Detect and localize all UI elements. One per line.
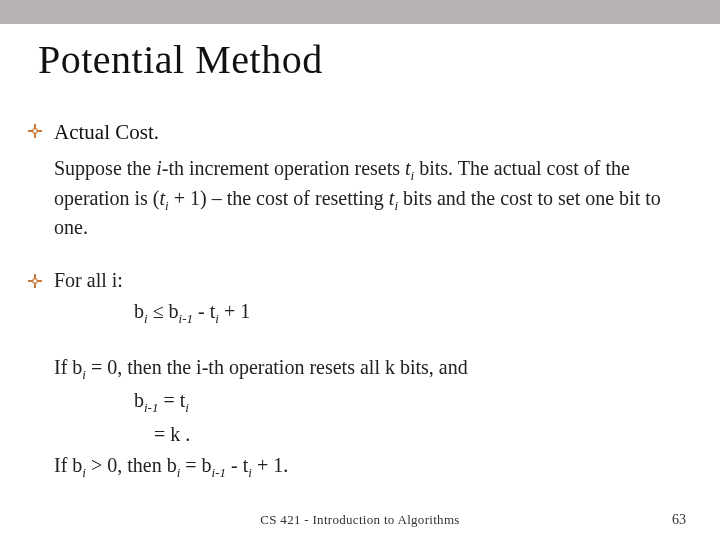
text: . bbox=[180, 423, 190, 445]
bullet-icon bbox=[28, 124, 42, 138]
if-positive-line: If bi > 0, then bi = bi-1 - ti + 1. bbox=[54, 452, 680, 482]
text: For all bbox=[54, 269, 112, 291]
text: + 1. bbox=[252, 454, 288, 476]
slide: Potential Method Actual Cost. Suppose th… bbox=[0, 0, 720, 540]
footer-text: CS 421 - Introduction to Algorithms bbox=[0, 512, 720, 528]
sub-im1: i-1 bbox=[144, 400, 158, 415]
page-number: 63 bbox=[672, 512, 686, 528]
var-k: k bbox=[385, 356, 395, 378]
text: bits, and bbox=[395, 356, 468, 378]
op: = bbox=[154, 423, 170, 445]
text: + 1) – the cost of resetting bbox=[169, 187, 389, 209]
slide-title: Potential Method bbox=[38, 36, 323, 83]
sub-im1: i-1 bbox=[212, 465, 226, 480]
content-area: Actual Cost. Suppose the i-th increment … bbox=[54, 120, 680, 481]
actual-cost-paragraph: Suppose the i-th increment operation res… bbox=[54, 155, 680, 241]
equation-line-1: bi-1 = ti bbox=[134, 387, 680, 417]
text: If bbox=[54, 356, 72, 378]
sub-i: i bbox=[185, 400, 189, 415]
text: + 1 bbox=[219, 300, 250, 322]
var-k: k bbox=[170, 423, 180, 445]
op: = bbox=[180, 454, 201, 476]
op: - bbox=[193, 300, 210, 322]
for-all-line: For all i: bbox=[54, 267, 680, 294]
text: = 0, then the bbox=[86, 356, 196, 378]
var-b: b bbox=[72, 454, 82, 476]
top-bar bbox=[0, 0, 720, 24]
inequality-line: bi ≤ bi-1 - ti + 1 bbox=[134, 298, 680, 328]
var-b: b bbox=[72, 356, 82, 378]
text: -th operation resets all bbox=[202, 356, 385, 378]
sub-im1: i-1 bbox=[179, 311, 193, 326]
bullet-icon bbox=[28, 274, 42, 288]
svg-rect-2 bbox=[33, 129, 37, 133]
text: Suppose the bbox=[54, 157, 156, 179]
op: ≤ bbox=[148, 300, 169, 322]
var-b: b bbox=[169, 300, 179, 322]
op: - bbox=[226, 454, 243, 476]
var-b: b bbox=[167, 454, 177, 476]
equation-line-2: = k . bbox=[154, 421, 680, 448]
section-heading: Actual Cost. bbox=[54, 120, 680, 145]
text: > 0, then bbox=[86, 454, 167, 476]
text: : bbox=[117, 269, 123, 291]
text: If bbox=[54, 454, 72, 476]
op: = bbox=[158, 389, 179, 411]
svg-rect-5 bbox=[33, 279, 37, 283]
var-b: b bbox=[202, 454, 212, 476]
var-b: b bbox=[134, 300, 144, 322]
if-zero-line: If bi = 0, then the i-th operation reset… bbox=[54, 354, 680, 384]
text: -th increment operation resets bbox=[162, 157, 405, 179]
var-b: b bbox=[134, 389, 144, 411]
